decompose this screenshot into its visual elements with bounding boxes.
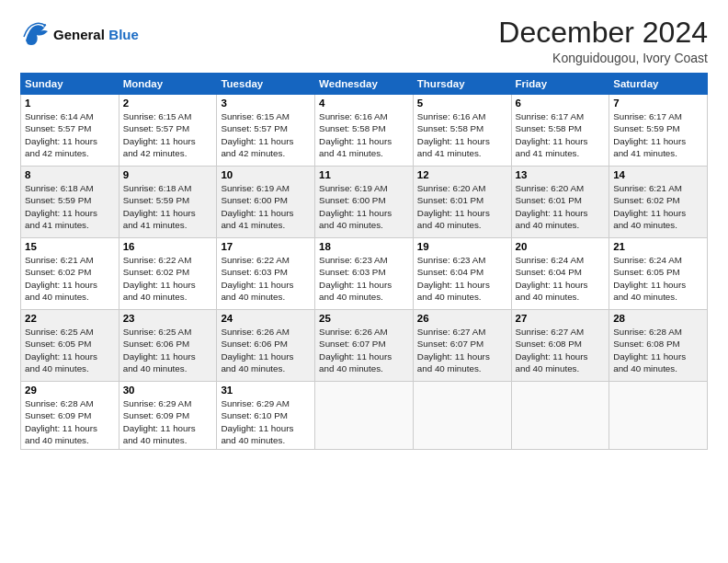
day-number: 12 [417, 169, 507, 180]
day-cell [609, 382, 708, 450]
day-number: 2 [123, 98, 213, 109]
col-header-thursday: Thursday [413, 74, 511, 95]
day-number: 13 [516, 169, 606, 180]
day-cell: 15Sunrise: 6:21 AMSunset: 6:02 PMDayligh… [21, 238, 119, 310]
day-cell: 26Sunrise: 6:27 AMSunset: 6:07 PMDayligh… [413, 310, 511, 382]
week-row-1: 1Sunrise: 6:14 AMSunset: 5:57 PMDaylight… [21, 95, 708, 167]
col-header-monday: Monday [119, 74, 217, 95]
day-cell: 2Sunrise: 6:15 AMSunset: 5:57 PMDaylight… [119, 95, 217, 167]
col-header-wednesday: Wednesday [315, 74, 414, 95]
day-number: 28 [613, 313, 703, 324]
day-cell: 7Sunrise: 6:17 AMSunset: 5:59 PMDaylight… [609, 95, 708, 167]
day-info: Sunrise: 6:29 AMSunset: 6:10 PMDaylight:… [221, 397, 311, 446]
day-cell: 23Sunrise: 6:25 AMSunset: 6:06 PMDayligh… [119, 310, 217, 382]
day-info: Sunrise: 6:24 AMSunset: 6:05 PMDaylight:… [613, 254, 703, 303]
day-info: Sunrise: 6:21 AMSunset: 6:02 PMDaylight:… [25, 254, 115, 303]
day-info: Sunrise: 6:16 AMSunset: 5:58 PMDaylight:… [319, 110, 409, 159]
day-number: 7 [613, 98, 703, 109]
day-info: Sunrise: 6:29 AMSunset: 6:09 PMDaylight:… [123, 397, 213, 446]
day-info: Sunrise: 6:26 AMSunset: 6:06 PMDaylight:… [221, 326, 311, 374]
day-cell [413, 382, 511, 450]
day-info: Sunrise: 6:18 AMSunset: 5:59 PMDaylight:… [25, 182, 115, 231]
month-title: December 2024 [498, 17, 708, 49]
day-cell: 30Sunrise: 6:29 AMSunset: 6:09 PMDayligh… [119, 382, 217, 450]
day-cell: 14Sunrise: 6:21 AMSunset: 6:02 PMDayligh… [609, 167, 708, 238]
day-number: 16 [123, 241, 213, 252]
day-info: Sunrise: 6:14 AMSunset: 5:57 PMDaylight:… [25, 110, 115, 159]
day-number: 21 [613, 241, 703, 252]
day-info: Sunrise: 6:22 AMSunset: 6:03 PMDaylight:… [221, 254, 311, 303]
day-number: 24 [221, 313, 311, 324]
day-info: Sunrise: 6:27 AMSunset: 6:08 PMDaylight:… [516, 326, 606, 374]
day-number: 14 [613, 169, 703, 180]
day-number: 23 [123, 313, 213, 324]
day-cell: 11Sunrise: 6:19 AMSunset: 6:00 PMDayligh… [315, 167, 414, 238]
day-info: Sunrise: 6:25 AMSunset: 6:06 PMDaylight:… [123, 326, 213, 374]
day-number: 3 [221, 98, 311, 109]
day-number: 10 [221, 169, 311, 180]
day-number: 19 [417, 241, 507, 252]
day-number: 9 [123, 169, 213, 180]
day-info: Sunrise: 6:18 AMSunset: 5:59 PMDaylight:… [123, 182, 213, 231]
page: General Blue December 2024 Konguidougou,… [0, 0, 728, 563]
logo: General Blue [20, 20, 139, 50]
day-cell: 8Sunrise: 6:18 AMSunset: 5:59 PMDaylight… [21, 167, 119, 238]
day-info: Sunrise: 6:19 AMSunset: 6:00 PMDaylight:… [221, 182, 311, 231]
day-number: 5 [417, 98, 507, 109]
day-number: 20 [516, 241, 606, 252]
day-cell: 19Sunrise: 6:23 AMSunset: 6:04 PMDayligh… [413, 238, 511, 310]
day-number: 11 [319, 169, 409, 180]
day-info: Sunrise: 6:16 AMSunset: 5:58 PMDaylight:… [417, 110, 507, 159]
day-number: 22 [25, 313, 115, 324]
day-info: Sunrise: 6:21 AMSunset: 6:02 PMDaylight:… [613, 182, 703, 231]
day-cell [315, 382, 414, 450]
header: General Blue December 2024 Konguidougou,… [20, 17, 708, 65]
day-info: Sunrise: 6:26 AMSunset: 6:07 PMDaylight:… [319, 326, 409, 374]
day-info: Sunrise: 6:23 AMSunset: 6:03 PMDaylight:… [319, 254, 409, 303]
day-number: 15 [25, 241, 115, 252]
day-info: Sunrise: 6:15 AMSunset: 5:57 PMDaylight:… [221, 110, 311, 159]
logo-text-block: General Blue [53, 27, 139, 43]
day-cell: 5Sunrise: 6:16 AMSunset: 5:58 PMDaylight… [413, 95, 511, 167]
week-row-5: 29Sunrise: 6:28 AMSunset: 6:09 PMDayligh… [21, 382, 708, 450]
day-info: Sunrise: 6:17 AMSunset: 5:59 PMDaylight:… [613, 110, 703, 159]
col-header-tuesday: Tuesday [217, 74, 315, 95]
day-cell: 9Sunrise: 6:18 AMSunset: 5:59 PMDaylight… [119, 167, 217, 238]
day-number: 6 [516, 98, 606, 109]
col-header-sunday: Sunday [21, 74, 119, 95]
day-cell: 25Sunrise: 6:26 AMSunset: 6:07 PMDayligh… [315, 310, 414, 382]
day-cell: 22Sunrise: 6:25 AMSunset: 6:05 PMDayligh… [21, 310, 119, 382]
day-number: 17 [221, 241, 311, 252]
day-cell: 31Sunrise: 6:29 AMSunset: 6:10 PMDayligh… [217, 382, 315, 450]
calendar-table: SundayMondayTuesdayWednesdayThursdayFrid… [20, 73, 708, 450]
location: Konguidougou, Ivory Coast [498, 51, 708, 65]
day-cell: 13Sunrise: 6:20 AMSunset: 6:01 PMDayligh… [511, 167, 609, 238]
col-header-saturday: Saturday [609, 74, 708, 95]
day-number: 30 [123, 385, 213, 396]
day-cell: 1Sunrise: 6:14 AMSunset: 5:57 PMDaylight… [21, 95, 119, 167]
day-cell: 18Sunrise: 6:23 AMSunset: 6:03 PMDayligh… [315, 238, 414, 310]
day-info: Sunrise: 6:15 AMSunset: 5:57 PMDaylight:… [123, 110, 213, 159]
day-cell: 28Sunrise: 6:28 AMSunset: 6:08 PMDayligh… [609, 310, 708, 382]
week-row-2: 8Sunrise: 6:18 AMSunset: 5:59 PMDaylight… [21, 167, 708, 238]
day-cell: 4Sunrise: 6:16 AMSunset: 5:58 PMDaylight… [315, 95, 414, 167]
day-number: 18 [319, 241, 409, 252]
logo-area: General Blue [20, 17, 139, 50]
calendar-header-row: SundayMondayTuesdayWednesdayThursdayFrid… [21, 74, 708, 95]
day-info: Sunrise: 6:17 AMSunset: 5:58 PMDaylight:… [516, 110, 606, 159]
day-cell: 29Sunrise: 6:28 AMSunset: 6:09 PMDayligh… [21, 382, 119, 450]
day-info: Sunrise: 6:20 AMSunset: 6:01 PMDaylight:… [417, 182, 507, 231]
day-info: Sunrise: 6:24 AMSunset: 6:04 PMDaylight:… [516, 254, 606, 303]
day-info: Sunrise: 6:19 AMSunset: 6:00 PMDaylight:… [319, 182, 409, 231]
day-number: 25 [319, 313, 409, 324]
day-info: Sunrise: 6:22 AMSunset: 6:02 PMDaylight:… [123, 254, 213, 303]
day-number: 29 [25, 385, 115, 396]
day-info: Sunrise: 6:27 AMSunset: 6:07 PMDaylight:… [417, 326, 507, 374]
day-number: 27 [516, 313, 606, 324]
week-row-3: 15Sunrise: 6:21 AMSunset: 6:02 PMDayligh… [21, 238, 708, 310]
day-number: 8 [25, 169, 115, 180]
logo-blue: Blue [108, 27, 139, 42]
day-cell: 20Sunrise: 6:24 AMSunset: 6:04 PMDayligh… [511, 238, 609, 310]
day-info: Sunrise: 6:20 AMSunset: 6:01 PMDaylight:… [516, 182, 606, 231]
day-info: Sunrise: 6:28 AMSunset: 6:08 PMDaylight:… [613, 326, 703, 374]
